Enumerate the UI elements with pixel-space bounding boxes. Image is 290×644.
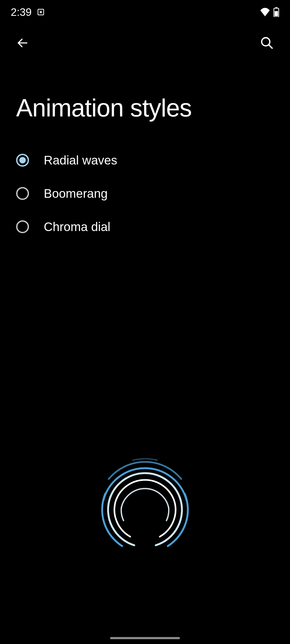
back-button[interactable]: [13, 34, 32, 52]
radio-indicator: [16, 154, 29, 167]
wifi-icon: [260, 8, 270, 16]
option-radial-waves[interactable]: Radial waves: [16, 144, 274, 177]
navigation-handle[interactable]: [110, 637, 180, 639]
option-boomerang[interactable]: Boomerang: [16, 177, 274, 210]
search-button[interactable]: [257, 33, 277, 53]
status-bar: 2:39: [0, 0, 290, 24]
page-title: Animation styles: [0, 62, 290, 138]
status-time: 2:39: [11, 6, 32, 18]
radio-label: Radial waves: [44, 153, 117, 167]
radial-waves-icon: [98, 451, 192, 564]
radio-indicator: [16, 187, 29, 200]
options-list: Radial waves Boomerang Chroma dial: [0, 138, 290, 249]
svg-line-8: [269, 45, 272, 48]
option-chroma-dial[interactable]: Chroma dial: [16, 210, 274, 243]
svg-rect-5: [275, 11, 278, 16]
arrow-left-icon: [16, 36, 29, 49]
animation-preview: [98, 451, 192, 564]
battery-icon: [273, 7, 279, 17]
search-icon: [260, 36, 274, 50]
status-left: 2:39: [11, 6, 45, 18]
app-bar: [0, 24, 290, 62]
radio-label: Chroma dial: [44, 219, 110, 234]
radio-indicator: [16, 220, 29, 233]
status-right: [260, 7, 279, 17]
radio-label: Boomerang: [44, 186, 108, 201]
close-box-icon: [37, 8, 45, 16]
